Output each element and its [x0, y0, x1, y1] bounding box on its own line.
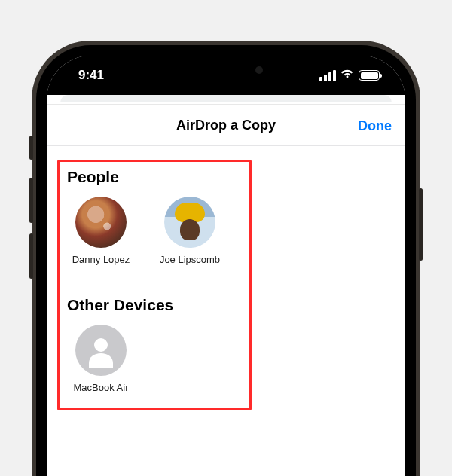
avatar: [75, 197, 127, 248]
sheet-content: People Danny Lopez Joe Lipscomb Other De…: [47, 146, 405, 424]
svg-point-0: [94, 338, 108, 352]
iphone-frame: 9:41 AirDrop a Copy Done People: [32, 41, 420, 476]
avatar: [164, 197, 215, 248]
card-stack-hint: [47, 95, 405, 105]
volume-up-button: [29, 178, 33, 223]
volume-down-button: [29, 233, 33, 279]
person-name: Joe Lipscomb: [160, 254, 220, 265]
battery-icon: [359, 70, 380, 81]
airdrop-person[interactable]: Danny Lopez: [67, 197, 135, 265]
airdrop-person[interactable]: Joe Lipscomb: [156, 197, 224, 265]
callout-highlight: People Danny Lopez Joe Lipscomb Other De…: [57, 160, 252, 410]
devices-section-title: Other Devices: [67, 296, 242, 314]
device-silhouette-icon: [75, 325, 127, 376]
ringer-switch: [29, 136, 33, 160]
done-button[interactable]: Done: [358, 117, 392, 133]
devices-section: Other Devices MacBook Air: [67, 296, 242, 393]
people-section-title: People: [67, 168, 242, 186]
device-name: MacBook Air: [74, 382, 129, 393]
dynamic-island: [179, 57, 273, 83]
sheet-title: AirDrop a Copy: [176, 117, 276, 133]
people-row: Danny Lopez Joe Lipscomb: [67, 197, 242, 282]
screen: 9:41 AirDrop a Copy Done People: [47, 56, 405, 476]
sheet-header: AirDrop a Copy Done: [47, 105, 405, 146]
cellular-signal-icon: [319, 70, 336, 81]
side-button: [419, 188, 423, 261]
wifi-icon: [341, 68, 354, 83]
airdrop-device[interactable]: MacBook Air: [67, 325, 135, 393]
status-time: 9:41: [78, 68, 104, 83]
person-name: Danny Lopez: [72, 254, 130, 265]
